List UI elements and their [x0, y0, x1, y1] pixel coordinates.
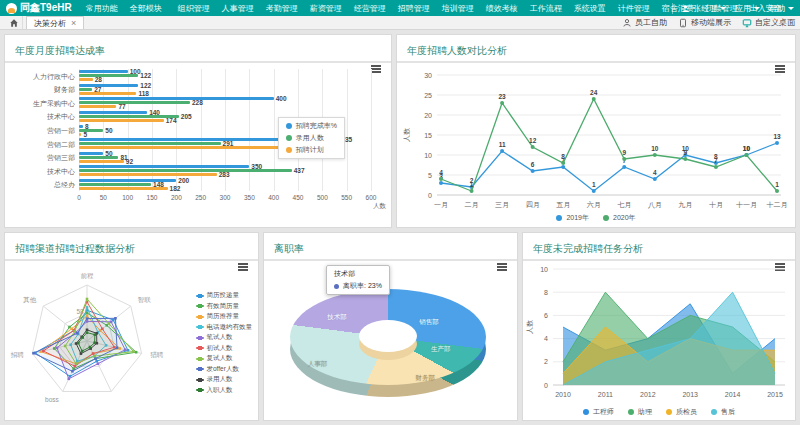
data-point — [500, 149, 504, 153]
bar-chart-canvas[interactable]: 050100150200250300350400450500550600人数人力… — [5, 63, 391, 227]
point-label: 4 — [653, 169, 657, 176]
nav-item-13[interactable]: 计件管理 — [612, 3, 656, 14]
tool-monitor[interactable]: 自定义桌面 — [742, 17, 795, 28]
chevron-down-icon — [788, 7, 794, 10]
bar-value-label: 400 — [276, 95, 287, 102]
radar-axis-label: 前程 — [81, 272, 95, 279]
tool-label: 员工自助 — [635, 17, 667, 28]
tab-decision-analysis[interactable]: 决策分析 × — [26, 16, 84, 29]
legend-item[interactable]: 初试人数 — [196, 344, 253, 353]
x-tick-label: 八月 — [648, 201, 662, 209]
legend-item[interactable]: 简历推荐量 — [196, 312, 253, 321]
point-label: 9 — [622, 149, 626, 156]
mobile-user-icon — [678, 18, 688, 28]
y-tick-label: 10 — [424, 152, 432, 159]
radar-point — [114, 317, 117, 320]
y-tick-label: 6 — [544, 312, 548, 319]
area-chart-canvas[interactable]: 0246810人数201020112012201320142015工程师助理质检… — [523, 261, 795, 420]
bar-value-label: 182 — [170, 185, 181, 192]
legend-item[interactable]: 入职人数 — [196, 386, 253, 395]
legend-item[interactable]: 2020年 — [603, 213, 636, 223]
nav-item-9[interactable]: 培训管理 — [436, 3, 480, 14]
nav-item-11[interactable]: 工作流程 — [524, 3, 568, 14]
nav-item-6[interactable]: 薪资管理 — [304, 3, 348, 14]
bar-value-label: 50 — [105, 127, 112, 134]
legend-item[interactable]: 录用人数 — [286, 133, 337, 143]
monitor-icon — [742, 18, 752, 28]
x-tick-label: 十一月 — [736, 201, 757, 209]
pie-slice-label-生产部: 生产部 — [431, 345, 451, 354]
data-point — [439, 177, 443, 181]
radar-axis-label: 其他 — [22, 296, 37, 304]
legend-item[interactable]: 有效简历量 — [196, 302, 253, 311]
user-name: 张经理 — [693, 3, 717, 14]
bar-招聘完成率% — [79, 152, 103, 155]
x-tick-label: 2014 — [725, 391, 741, 398]
legend-marker — [666, 409, 672, 415]
pie-chart-canvas[interactable]: 技术部 离职率: 23% 销售部生产部财务部人事部技术部 — [264, 261, 517, 420]
legend-item[interactable]: 助理 — [628, 407, 652, 417]
legend-item[interactable]: 发offer人数 — [196, 365, 253, 374]
legend-item[interactable]: 工程师 — [583, 407, 614, 417]
dropdown-label: 应用 — [735, 3, 751, 14]
y-tick-label: 0 — [544, 382, 548, 389]
bar-value-label: 205 — [181, 113, 192, 120]
panel-title: 招聘渠道招聘过程数据分析 — [15, 243, 135, 254]
legend-item[interactable]: 质检员 — [666, 407, 697, 417]
navbar-dropdown-1[interactable]: 应用 — [735, 3, 760, 14]
nav-item-2[interactable]: 全部模块 — [124, 3, 168, 14]
navbar-dropdown-2[interactable]: 帮助 — [769, 3, 794, 14]
line-chart-canvas[interactable]: 051015202530人数一月二月三月四月五月六月七月八月九月十月十一月十二月… — [397, 63, 795, 227]
nav-item-3[interactable]: 组织管理 — [172, 3, 216, 14]
legend-marker — [286, 123, 292, 129]
data-point — [500, 101, 504, 105]
radar-chart-canvas[interactable]: 前程智联猎聘58boss招聘其他简历投递量有效简历量简历推荐量电话邀约有效量笔试… — [5, 261, 258, 420]
point-label: 7 — [714, 157, 718, 164]
series-line-2020年 — [441, 99, 777, 191]
legend-marker — [196, 295, 204, 297]
user-menu[interactable]: 张经理 — [681, 3, 726, 14]
legend-item[interactable]: 复试人数 — [196, 354, 253, 363]
nav-item-5[interactable]: 考勤管理 — [260, 3, 304, 14]
tool-label: 自定义桌面 — [755, 17, 795, 28]
panel-recruit-channel: 招聘渠道招聘过程数据分析 前程智联猎聘58boss招聘其他简历投递量有效简历量简… — [4, 232, 259, 421]
nav-item-12[interactable]: 系统设置 — [568, 3, 612, 14]
legend-marker — [196, 389, 204, 391]
tool-user[interactable]: 员工自助 — [622, 17, 667, 28]
legend-item[interactable]: 售后 — [711, 407, 735, 417]
nav-item-4[interactable]: 人事管理 — [216, 3, 260, 14]
y-tick-label: 15 — [424, 132, 432, 139]
top-navbar: 同鑫T9eHR 常用功能全部模块组织管理人事管理考勤管理薪资管理经营管理招聘管理… — [0, 0, 800, 16]
legend-item[interactable]: 录用人数 — [196, 375, 253, 384]
legend-item[interactable]: 2019年 — [556, 213, 589, 223]
legend-item[interactable]: 笔试人数 — [196, 333, 253, 342]
legend-marker — [196, 368, 204, 370]
point-label: 23 — [498, 93, 506, 100]
x-tick-label: 2012 — [640, 391, 656, 398]
panel-header: 离职率 — [264, 233, 517, 259]
nav-item-7[interactable]: 经营管理 — [348, 3, 392, 14]
legend-item[interactable]: 招聘计划 — [286, 145, 337, 155]
legend-marker — [196, 305, 204, 307]
radar-point — [86, 317, 89, 320]
radar-point — [80, 352, 83, 355]
radar-point — [89, 346, 92, 349]
x-tick-label: 2010 — [555, 391, 571, 398]
pie-slice-label-人事部: 人事部 — [308, 360, 328, 369]
app-logo[interactable]: 同鑫T9eHR — [6, 1, 72, 15]
legend-item[interactable]: 电话邀约有效量 — [196, 323, 253, 332]
home-button[interactable] — [5, 16, 23, 29]
nav-item-10[interactable]: 绩效考核 — [480, 3, 524, 14]
panel-header: 年度未完成招聘任务分析 — [523, 233, 795, 259]
legend-label: 录用人数 — [207, 375, 233, 384]
legend-item[interactable]: 简历投递量 — [196, 291, 253, 300]
legend-item[interactable]: 招聘完成率% — [286, 121, 337, 131]
bar-录用人数 — [79, 169, 292, 172]
tab-close-icon[interactable]: × — [71, 19, 76, 28]
nav-item-1[interactable]: 常用功能 — [80, 3, 124, 14]
nav-item-8[interactable]: 招聘管理 — [392, 3, 436, 14]
tool-mobile-user[interactable]: 移动端展示 — [678, 17, 731, 28]
radar-point — [73, 330, 76, 333]
panel-unfinished-tasks: 年度未完成招聘任务分析 0246810人数2010201120122013201… — [522, 232, 796, 421]
x-tick-label: 六月 — [587, 201, 601, 209]
